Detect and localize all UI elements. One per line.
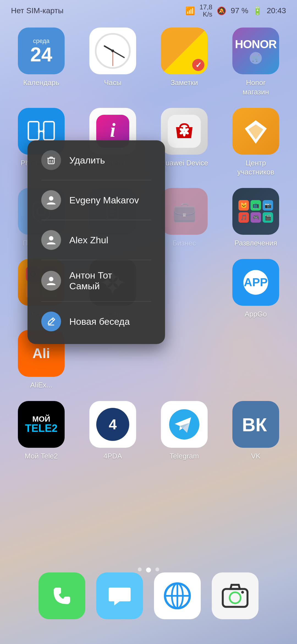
app-notes[interactable]: ✓ Заметки <box>151 28 217 97</box>
member-label: Центр участников <box>237 159 274 177</box>
dock-camera[interactable] <box>212 572 258 619</box>
alarm-icon: 🔕 <box>217 6 226 15</box>
vk-svg: ВК <box>239 409 272 440</box>
context-delete[interactable]: Удалить <box>28 140 165 180</box>
placeholder-icon <box>161 259 208 306</box>
battery-text: 97 % <box>231 6 248 15</box>
dock-phone[interactable] <box>38 572 85 619</box>
huawei-icon <box>161 108 208 155</box>
contact1-label: Evgeny Makarov <box>69 195 139 206</box>
time-display: 20:43 <box>267 6 286 15</box>
context-contact1[interactable]: Evgeny Makarov <box>28 180 165 220</box>
placeholder-5c <box>161 330 208 377</box>
app-appgo[interactable]: APP AppGo <box>223 259 289 319</box>
app-vk[interactable]: ВК VK <box>223 401 289 461</box>
context-contact2[interactable]: Alex Zhul <box>28 220 165 260</box>
svg-point-31 <box>241 591 244 594</box>
appgo-label: AppGo <box>245 310 267 319</box>
phone-svg <box>48 582 76 610</box>
notes-icon: ✓ <box>161 28 208 74</box>
calendar-label: Календарь <box>23 78 59 88</box>
app-4pda[interactable]: 4 4PDA <box>80 401 146 461</box>
clock-icon <box>89 28 136 74</box>
business-label: Бизнес <box>172 239 196 248</box>
dock-messages-icon <box>96 572 143 619</box>
edit-icon <box>41 312 61 331</box>
newchat-label: Новая беседа <box>69 316 130 327</box>
camera-svg <box>220 581 250 611</box>
telegram-svg <box>168 408 201 441</box>
app-member[interactable]: Центр участников <box>223 108 289 177</box>
vk-label: VK <box>251 452 261 461</box>
person-svg-3 <box>46 275 57 286</box>
app-placeholder-5d <box>223 330 289 390</box>
clock-center <box>111 50 114 52</box>
clock-second-hand <box>112 51 113 66</box>
svg-line-42 <box>52 319 54 321</box>
appgo-icon: APP <box>232 259 279 306</box>
dock-browser-icon <box>154 572 201 619</box>
edit-svg <box>46 316 56 327</box>
app-row-1: среда 24 Календарь Часы <box>8 28 289 97</box>
clock-minute-hand <box>112 50 125 58</box>
app-telegram[interactable]: Telegram <box>151 401 217 461</box>
context-newchat[interactable]: Новая беседа <box>28 302 165 341</box>
battery-icon: 🔋 <box>253 6 262 15</box>
app-entertainment[interactable]: 🐱 📺 📷 🎵 🎮 🎬 Развлечения <box>223 188 289 248</box>
honor-label: Honor магазин <box>243 78 269 97</box>
honor-icon: HONOR 🛒 <box>232 28 279 74</box>
person-icon-1 <box>41 190 61 210</box>
status-right: 📶 17,8K/s 🔕 97 % 🔋 20:43 <box>185 4 286 18</box>
contact3-label: Антон Тот Самый <box>69 270 112 291</box>
calendar-icon: среда 24 <box>18 28 65 74</box>
dock <box>0 564 297 627</box>
calendar-date: 24 <box>30 45 52 64</box>
business-icon: 💼 <box>161 188 208 235</box>
contact2-label: Alex Zhul <box>69 235 108 245</box>
wifi-icon: 📶 <box>185 6 195 15</box>
person-icon-2 <box>41 230 61 250</box>
tele2-label: Мой Tele2 <box>25 452 58 461</box>
app-tele2[interactable]: МОЙ TELE2 Мой Tele2 <box>8 401 74 461</box>
svg-rect-1 <box>44 122 54 140</box>
svg-point-41 <box>49 277 53 281</box>
svg-point-40 <box>49 236 53 241</box>
entertainment-label: Развлечения <box>234 239 277 248</box>
svg-rect-32 <box>48 158 54 164</box>
person-icon-3 <box>41 271 61 291</box>
clock-label: Часы <box>104 78 121 88</box>
4pda-icon: 4 <box>89 401 136 448</box>
app-honor[interactable]: HONOR 🛒 Honor магазин <box>223 28 289 97</box>
svg-point-30 <box>230 592 241 603</box>
trash-svg <box>46 155 56 165</box>
telegram-label: Telegram <box>170 452 199 461</box>
dock-phone-icon <box>38 572 85 619</box>
status-bar: Нет SIM-карты 📶 17,8K/s 🔕 97 % 🔋 20:43 <box>0 0 297 19</box>
dock-camera-icon <box>212 572 258 619</box>
ali-label: AliEx... <box>30 381 53 390</box>
svg-point-39 <box>49 196 53 201</box>
browser-svg <box>162 581 193 611</box>
huawei-label: Huawei Device <box>160 159 208 168</box>
dock-browser[interactable] <box>154 572 201 619</box>
app-clock[interactable]: Часы <box>80 28 146 97</box>
telegram-icon <box>161 401 208 448</box>
trash-icon <box>41 150 61 170</box>
status-sim: Нет SIM-карты <box>11 6 64 15</box>
person-svg-2 <box>46 234 57 245</box>
svg-text:i: i <box>110 119 116 141</box>
dock-messages[interactable] <box>96 572 143 619</box>
member-svg <box>241 116 271 146</box>
app-calendar[interactable]: среда 24 Календарь <box>8 28 74 97</box>
4pda-label: 4PDA <box>103 452 122 461</box>
delete-label: Удалить <box>69 155 105 166</box>
vk-icon: ВК <box>232 401 279 448</box>
svg-rect-0 <box>28 122 39 140</box>
person-svg-1 <box>46 195 57 206</box>
tele2-icon: МОЙ TELE2 <box>18 401 65 448</box>
speed-indicator: 17,8K/s <box>199 4 212 18</box>
member-icon <box>232 108 279 155</box>
context-contact3[interactable]: Антон Тот Самый <box>28 260 165 301</box>
context-menu: Удалить Evgeny Makarov Alex Zhul <box>28 140 165 344</box>
svg-marker-29 <box>230 585 240 589</box>
